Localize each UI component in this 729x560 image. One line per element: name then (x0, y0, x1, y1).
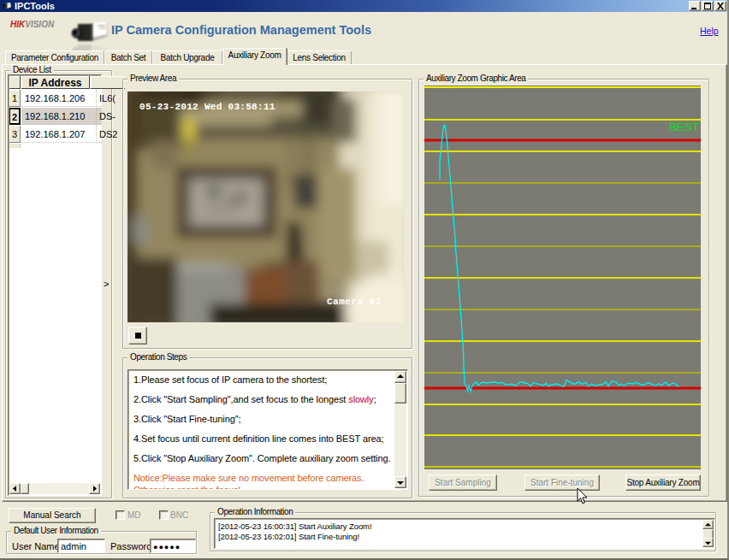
svg-text:BEST: BEST (669, 121, 699, 133)
svg-text:Camera 01: Camera 01 (327, 297, 382, 307)
svg-text:05-23-2012 Wed 03:58:11: 05-23-2012 Wed 03:58:11 (139, 102, 276, 112)
